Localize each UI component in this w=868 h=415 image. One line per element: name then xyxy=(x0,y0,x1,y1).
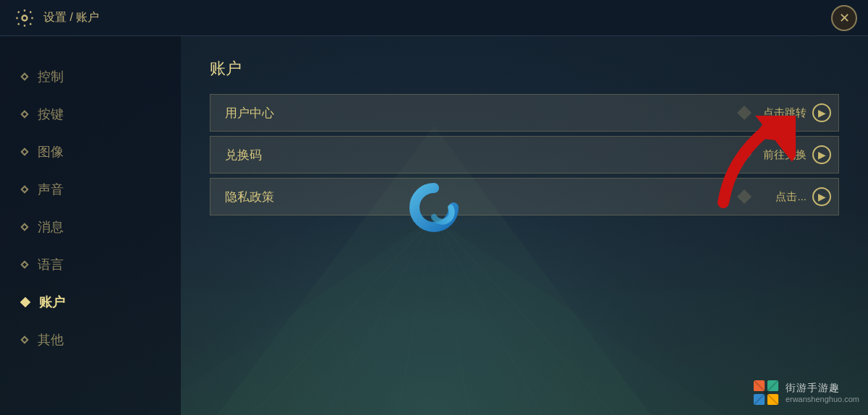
watermark-url: erwanshenghuo.com xyxy=(786,395,859,403)
sidebar-item-label: 账户 xyxy=(39,294,65,311)
sidebar-item-keys[interactable]: 按键 xyxy=(0,95,181,133)
sidebar-item-label: 控制 xyxy=(38,68,64,85)
diamond-icon xyxy=(20,147,28,155)
gear-icon xyxy=(14,8,35,28)
diamond-icon xyxy=(20,110,28,118)
redeem-code-row[interactable]: 兑换码 前往兑换 ▶ xyxy=(210,136,839,174)
row-action-privacy: 点击... ▶ xyxy=(775,187,831,206)
diamond-icon xyxy=(20,335,28,343)
row-action-redeem: 前往兑换 ▶ xyxy=(763,145,831,164)
header: 设置 / 账户 ✕ xyxy=(0,0,868,36)
user-center-row[interactable]: 用户中心 点击跳转 ▶ xyxy=(210,94,839,132)
arrow-icon-privacy: ▶ xyxy=(812,187,831,206)
sidebar-item-label: 其他 xyxy=(38,331,64,348)
sidebar-item-label: 声音 xyxy=(38,181,64,198)
sidebar-item-language[interactable]: 语言 xyxy=(0,246,181,283)
arrow-icon-user-center: ▶ xyxy=(812,103,831,122)
diamond-icon xyxy=(20,185,28,193)
sidebar-item-account[interactable]: 账户 xyxy=(0,283,181,321)
svg-point-8 xyxy=(22,15,27,20)
watermark-cn-text: 街游手游趣 xyxy=(786,382,859,395)
action-text-redeem: 前往兑换 xyxy=(763,148,807,162)
edge-loader-icon xyxy=(401,175,467,240)
row-action-user-center: 点击跳转 ▶ xyxy=(763,103,831,122)
watermark-area: 街游手游趣 erwanshenghuo.com xyxy=(752,379,859,406)
logo-icon xyxy=(752,379,780,406)
sidebar-item-label: 语言 xyxy=(38,256,64,273)
section-title: 账户 xyxy=(210,58,839,80)
sidebar-item-messages[interactable]: 消息 xyxy=(0,208,181,246)
close-button[interactable]: ✕ xyxy=(831,5,857,31)
privacy-policy-row[interactable]: 隐私政策 点击... ▶ xyxy=(210,178,839,215)
sidebar-item-control[interactable]: 控制 xyxy=(0,58,181,95)
sidebar-item-other[interactable]: 其他 xyxy=(0,321,181,359)
diamond-icon xyxy=(20,260,28,268)
sidebar-item-graphics[interactable]: 图像 xyxy=(0,133,181,171)
breadcrumb: 设置 / 账户 xyxy=(43,10,99,25)
diamond-icon xyxy=(20,72,28,80)
sidebar: 控制 按键 图像 声音 消息 语言 账户 其他 xyxy=(0,36,181,415)
arrow-icon-redeem: ▶ xyxy=(812,145,831,164)
sidebar-item-audio[interactable]: 声音 xyxy=(0,171,181,208)
sidebar-item-label: 消息 xyxy=(38,218,64,236)
row-label-user-center: 用户中心 xyxy=(210,105,297,121)
watermark-text-block: 街游手游趣 erwanshenghuo.com xyxy=(786,382,859,403)
sidebar-item-label: 按键 xyxy=(38,106,64,123)
diamond-icon xyxy=(20,223,28,231)
action-text-user-center: 点击跳转 xyxy=(763,106,807,120)
row-label-redeem: 兑换码 xyxy=(210,147,297,163)
main-content: 账户 用户中心 点击跳转 ▶ 兑换码 前往兑换 ▶ 隐私政策 点击... ▶ xyxy=(181,36,868,415)
sidebar-item-label: 图像 xyxy=(38,143,64,161)
action-text-privacy: 点击... xyxy=(775,190,807,204)
row-label-privacy: 隐私政策 xyxy=(210,189,297,205)
diamond-icon-active xyxy=(20,297,30,307)
